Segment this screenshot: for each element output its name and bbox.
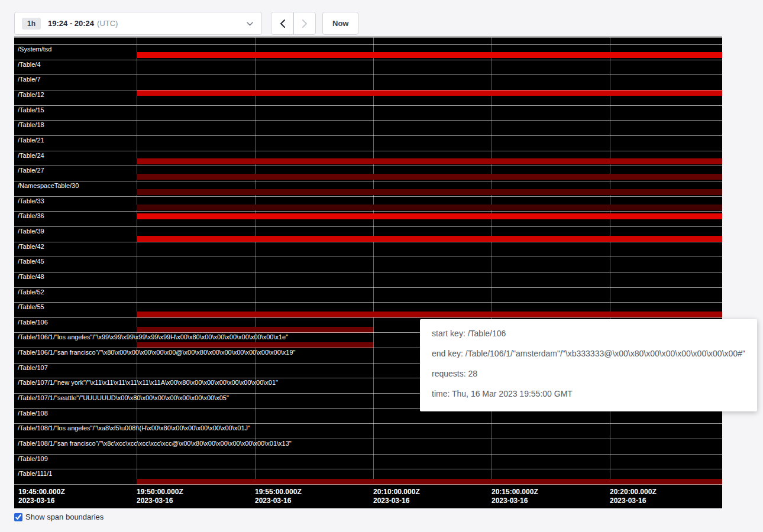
span-row[interactable]: /Table/42 [14, 242, 722, 257]
span-row[interactable]: /Table/21 [14, 135, 722, 151]
show-span-boundaries-label: Show span boundaries [25, 512, 104, 521]
span-key-label: /System/tsd [18, 46, 51, 53]
span-row[interactable]: /Table/36 [14, 211, 722, 226]
span-row[interactable]: /Table/12 [14, 90, 722, 105]
span-row[interactable]: /Table/18 [14, 120, 722, 135]
span-row[interactable]: /NamespaceTable/30 [14, 181, 722, 196]
span-key-label: /Table/45 [18, 258, 44, 265]
tooltip-line: requests: 28 [432, 368, 745, 379]
key-visualizer-page: 1h 19:24 - 20:24 (UTC) Now /System/tsd/T… [0, 0, 763, 532]
span-key-label: /Table/18 [18, 121, 44, 129]
time-axis-label: 19:45:00.000Z2023-03-16 [18, 488, 65, 505]
timezone-label: (UTC) [97, 19, 118, 28]
next-time-button[interactable] [293, 12, 316, 35]
time-axis-label: 20:15:00.000Z2023-03-16 [492, 488, 538, 505]
span-key-label: /Table/24 [18, 152, 44, 160]
duration-badge: 1h [22, 18, 41, 30]
span-row[interactable]: /Table/109 [14, 454, 722, 469]
footer-controls: Show span boundaries [14, 512, 104, 521]
time-range-label: 19:24 - 20:24 [48, 19, 94, 28]
span-key-label: /Table/42 [18, 243, 44, 251]
span-key-label: /Table/33 [18, 197, 44, 205]
time-axis-label: 20:20:00.000Z2023-03-16 [610, 488, 657, 505]
span-row[interactable]: /Table/15 [14, 105, 722, 121]
prev-time-button[interactable] [271, 12, 293, 35]
time-axis-label: 19:50:00.000Z2023-03-16 [137, 488, 183, 505]
time-range-picker[interactable]: 1h 19:24 - 20:24 (UTC) [14, 12, 262, 35]
span-key-label: /Table/106/1/"san francisco"/"\x80\x00\x… [18, 349, 296, 356]
span-key-label: /Table/27 [18, 167, 44, 174]
tooltip-line: end key: /Table/106/1/"amsterdam"/"\xb33… [432, 348, 745, 359]
span-key-label: /Table/21 [18, 137, 44, 144]
span-row[interactable]: /Table/108/1/"san francisco"/"\x8c\xcc\x… [14, 439, 722, 454]
span-key-label: /Table/108/1/"los angeles"/"\xa8\xf5\u00… [18, 424, 250, 432]
span-row[interactable]: /Table/111/1 [14, 469, 722, 485]
span-row[interactable]: /Table/4 [14, 60, 722, 75]
span-key-label: /Table/15 [18, 106, 44, 114]
heatmap-canvas[interactable]: /System/tsd/Table/4/Table/7/Table/12/Tab… [14, 37, 722, 508]
time-axis-label: 19:55:00.000Z2023-03-16 [255, 488, 302, 505]
span-key-label: /Table/48 [18, 273, 44, 281]
span-row[interactable]: /Table/48 [14, 272, 722, 287]
span-key-label: /Table/111/1 [18, 470, 52, 478]
tooltip-line: time: Thu, 16 Mar 2023 19:55:00 GMT [432, 388, 745, 400]
span-row[interactable]: /Table/7 [14, 74, 722, 90]
span-key-label: /Table/39 [18, 228, 44, 235]
time-axis-label: 20:10:00.000Z2023-03-16 [373, 488, 420, 505]
span-key-label: /Table/52 [18, 288, 44, 296]
heatmap-rows: /System/tsd/Table/4/Table/7/Table/12/Tab… [14, 44, 722, 485]
span-key-label: /Table/107 [18, 364, 48, 372]
span-key-label: /Table/106/1/"los angeles"/"\x99\x99\x99… [18, 333, 288, 341]
span-key-label: /Table/55 [18, 303, 44, 311]
chevron-right-icon [302, 20, 308, 28]
span-row[interactable]: /System/tsd [14, 44, 722, 60]
time-nav-group [271, 12, 316, 35]
now-button[interactable]: Now [322, 12, 358, 35]
span-key-label: /Table/108 [18, 410, 48, 417]
span-key-label: /Table/109 [18, 455, 48, 463]
span-tooltip: start key: /Table/106end key: /Table/106… [420, 319, 757, 411]
span-key-label: /Table/108/1/"san francisco"/"\x8c\xcc\x… [18, 440, 292, 447]
span-key-label: /Table/4 [18, 61, 41, 69]
chevron-down-icon [247, 22, 253, 26]
show-span-boundaries-checkbox[interactable] [14, 513, 22, 521]
span-key-label: /Table/7 [18, 76, 41, 83]
span-row[interactable]: /Table/27 [14, 166, 722, 181]
span-key-label: /Table/12 [18, 91, 44, 99]
span-row[interactable]: /Table/39 [14, 226, 722, 242]
time-toolbar: 1h 19:24 - 20:24 (UTC) Now [14, 12, 358, 35]
span-row[interactable]: /Table/108/1/"los angeles"/"\xa8\xf5\u00… [14, 423, 722, 439]
span-key-label: /Table/106 [18, 319, 48, 326]
span-row[interactable]: /Table/55 [14, 302, 722, 317]
span-row[interactable]: /Table/24 [14, 151, 722, 166]
span-row[interactable]: /Table/45 [14, 257, 722, 272]
chevron-left-icon [280, 20, 285, 28]
tooltip-line: start key: /Table/106 [432, 327, 745, 339]
span-row[interactable]: /Table/33 [14, 196, 722, 212]
span-key-label: /Table/36 [18, 212, 44, 220]
span-row[interactable]: /Table/52 [14, 287, 722, 303]
span-key-label: /NamespaceTable/30 [18, 182, 79, 190]
span-key-label: /Table/107/1/"seattle"/"UUUUUUD\x00\x80\… [18, 394, 229, 402]
span-key-label: /Table/107/1/"new york"/"\x11\x11\x11\x1… [18, 379, 278, 387]
